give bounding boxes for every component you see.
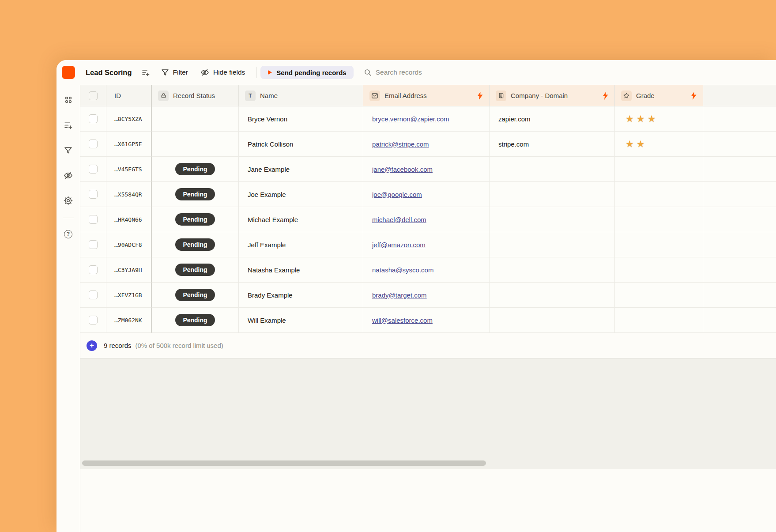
row-email-cell[interactable]: jeff@amazon.com: [363, 232, 490, 257]
row-email-cell[interactable]: patrick@stripe.com: [363, 132, 490, 157]
row-grade-cell[interactable]: [615, 207, 703, 232]
row-company-cell[interactable]: [490, 182, 615, 207]
row-grade-cell[interactable]: [615, 157, 703, 182]
row-name-cell[interactable]: Jane Example: [239, 157, 363, 182]
sidebar-filter-button[interactable]: [60, 141, 77, 159]
row-email-cell[interactable]: natasha@sysco.com: [363, 257, 490, 283]
row-select-cell[interactable]: [80, 257, 106, 283]
row-grade-cell[interactable]: [615, 257, 703, 283]
row-checkbox[interactable]: [89, 240, 98, 249]
row-company-cell[interactable]: zapier.com: [490, 106, 615, 132]
email-link[interactable]: natasha@sysco.com: [372, 266, 433, 274]
row-grade-cell[interactable]: [615, 232, 703, 257]
row-checkbox[interactable]: [89, 165, 98, 174]
row-checkbox[interactable]: [89, 316, 98, 324]
sidebar-help-button[interactable]: ?: [60, 225, 77, 243]
row-checkbox[interactable]: [89, 114, 98, 123]
row-checkbox[interactable]: [89, 265, 98, 274]
row-company-cell[interactable]: [490, 283, 615, 308]
row-grade-cell[interactable]: [615, 283, 703, 308]
row-status-cell[interactable]: Pending: [152, 257, 239, 283]
search-input[interactable]: [376, 68, 455, 76]
row-company-cell[interactable]: [490, 157, 615, 182]
row-name-cell[interactable]: Michael Example: [239, 207, 363, 232]
row-checkbox[interactable]: [89, 140, 98, 148]
row-status-cell[interactable]: [152, 132, 239, 157]
row-company-cell[interactable]: [490, 308, 615, 333]
column-header-record-status[interactable]: Record Status: [152, 85, 239, 106]
row-status-cell[interactable]: Pending: [152, 283, 239, 308]
add-record-button[interactable]: +: [87, 340, 97, 351]
search-box[interactable]: [364, 68, 455, 76]
app-logo[interactable]: [62, 66, 75, 79]
row-status-cell[interactable]: Pending: [152, 182, 239, 207]
column-header-id[interactable]: ID: [106, 85, 152, 106]
filter-button[interactable]: Filter: [161, 68, 188, 76]
row-company-cell[interactable]: [490, 257, 615, 283]
row-email-cell[interactable]: michael@dell.com: [363, 207, 490, 232]
column-header-grade[interactable]: Grade: [615, 85, 703, 106]
row-name-cell[interactable]: Brady Example: [239, 283, 363, 308]
email-link[interactable]: brady@target.com: [372, 291, 427, 299]
row-select-cell[interactable]: [80, 308, 106, 333]
record-id[interactable]: …X5584QR: [106, 182, 152, 207]
row-email-cell[interactable]: brady@target.com: [363, 283, 490, 308]
row-name-cell[interactable]: Patrick Collison: [239, 132, 363, 157]
row-company-cell[interactable]: stripe.com: [490, 132, 615, 157]
row-checkbox[interactable]: [89, 215, 98, 224]
row-grade-cell[interactable]: ★★★: [615, 106, 703, 132]
row-select-cell[interactable]: [80, 132, 106, 157]
row-email-cell[interactable]: will@salesforce.com: [363, 308, 490, 333]
row-status-cell[interactable]: Pending: [152, 207, 239, 232]
record-id[interactable]: …V45EGTS: [106, 157, 152, 182]
row-select-cell[interactable]: [80, 283, 106, 308]
row-status-cell[interactable]: [152, 106, 239, 132]
row-email-cell[interactable]: jane@facebook.com: [363, 157, 490, 182]
column-header-email[interactable]: Email Address: [363, 85, 490, 106]
record-id[interactable]: …90ADCF8: [106, 232, 152, 257]
send-pending-records-button[interactable]: Send pending records: [260, 66, 353, 79]
record-id[interactable]: …C3YJA9H: [106, 257, 152, 283]
row-name-cell[interactable]: Jeff Example: [239, 232, 363, 257]
record-id[interactable]: …ZM062NK: [106, 308, 152, 333]
row-select-cell[interactable]: [80, 232, 106, 257]
row-checkbox[interactable]: [89, 291, 98, 299]
record-id[interactable]: …8CY5XZA: [106, 106, 152, 132]
record-id[interactable]: …XEVZ1GB: [106, 283, 152, 308]
row-select-cell[interactable]: [80, 182, 106, 207]
column-header-name[interactable]: T Name: [239, 85, 363, 106]
row-select-cell[interactable]: [80, 157, 106, 182]
sidebar-hide-fields-button[interactable]: [60, 166, 77, 184]
row-email-cell[interactable]: joe@google.com: [363, 182, 490, 207]
email-link[interactable]: will@salesforce.com: [372, 317, 433, 324]
email-link[interactable]: patrick@stripe.com: [372, 140, 429, 148]
sidebar-add-view-button[interactable]: [60, 116, 77, 134]
header-select-cell[interactable]: [80, 85, 106, 106]
horizontal-scrollbar[interactable]: [82, 460, 486, 466]
add-view-button[interactable]: [142, 68, 150, 76]
row-name-cell[interactable]: Joe Example: [239, 182, 363, 207]
row-grade-cell[interactable]: [615, 182, 703, 207]
record-id[interactable]: …HR4QN66: [106, 207, 152, 232]
row-grade-cell[interactable]: [615, 308, 703, 333]
sidebar-settings-button[interactable]: [60, 192, 77, 209]
column-header-company-domain[interactable]: Company - Domain: [490, 85, 615, 106]
row-status-cell[interactable]: Pending: [152, 157, 239, 182]
email-link[interactable]: michael@dell.com: [372, 216, 426, 223]
row-email-cell[interactable]: bryce.vernon@zapier.com: [363, 106, 490, 132]
row-select-cell[interactable]: [80, 207, 106, 232]
email-link[interactable]: jane@facebook.com: [372, 166, 433, 173]
row-select-cell[interactable]: [80, 106, 106, 132]
hide-fields-button[interactable]: Hide fields: [200, 68, 245, 77]
email-link[interactable]: jeff@amazon.com: [372, 241, 426, 249]
row-company-cell[interactable]: [490, 207, 615, 232]
email-link[interactable]: joe@google.com: [372, 191, 422, 198]
row-checkbox[interactable]: [89, 190, 98, 199]
email-link[interactable]: bryce.vernon@zapier.com: [372, 115, 449, 123]
row-status-cell[interactable]: Pending: [152, 232, 239, 257]
row-name-cell[interactable]: Natasha Example: [239, 257, 363, 283]
row-name-cell[interactable]: Will Example: [239, 308, 363, 333]
row-status-cell[interactable]: Pending: [152, 308, 239, 333]
row-company-cell[interactable]: [490, 232, 615, 257]
row-name-cell[interactable]: Bryce Vernon: [239, 106, 363, 132]
